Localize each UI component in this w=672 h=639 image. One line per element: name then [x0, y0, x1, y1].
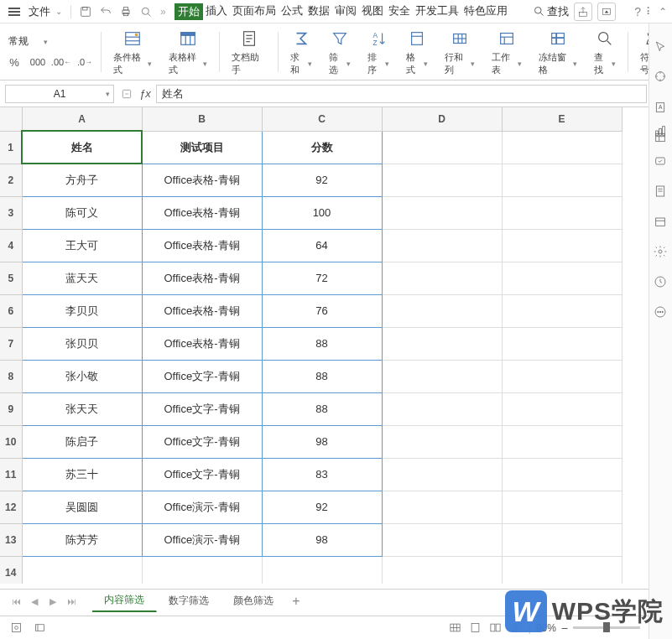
hamburger-icon[interactable] — [5, 4, 23, 19]
row-header[interactable]: 5 — [0, 262, 22, 294]
cell[interactable]: 88 — [262, 360, 382, 392]
tab-formula[interactable]: 公式 — [279, 3, 305, 20]
format-button[interactable]: 格式▾ — [401, 26, 433, 78]
row-header[interactable]: 6 — [0, 294, 22, 327]
ellipsis-icon[interactable]: ⠇ — [646, 6, 654, 18]
cell[interactable] — [502, 491, 622, 523]
cell[interactable]: Office文字-青铜 — [142, 392, 262, 425]
percent-button[interactable]: % — [5, 54, 23, 70]
cell[interactable]: 64 — [262, 229, 382, 262]
cursor-icon[interactable] — [654, 40, 669, 55]
row-header[interactable]: 3 — [0, 196, 22, 229]
cell[interactable] — [382, 327, 502, 360]
row-header[interactable]: 12 — [0, 491, 22, 523]
cell-a1[interactable]: 姓名 — [22, 131, 142, 164]
col-header-b[interactable]: B — [142, 107, 262, 131]
cell[interactable]: 张小敬 — [22, 360, 142, 392]
row-header[interactable]: 2 — [0, 164, 22, 196]
cell[interactable] — [502, 327, 622, 360]
cond-format-button[interactable]: 条件格式▾ — [108, 26, 157, 78]
cell[interactable] — [502, 262, 622, 294]
save-icon[interactable] — [76, 3, 95, 21]
col-header-c[interactable]: C — [262, 107, 382, 131]
cell[interactable]: Office演示-青铜 — [142, 491, 262, 523]
cell[interactable]: Office表格-青铜 — [142, 229, 262, 262]
tab-insert[interactable]: 插入 — [203, 3, 230, 20]
cell[interactable] — [382, 229, 502, 262]
sheet-tab-3[interactable]: 颜色筛选 — [221, 590, 286, 611]
cell[interactable]: 吴圆圆 — [22, 491, 142, 523]
row-header[interactable]: 14 — [0, 556, 22, 584]
tab-review[interactable]: 审阅 — [332, 3, 359, 20]
thousand-button[interactable]: 000 — [29, 54, 47, 70]
tab-view[interactable]: 视图 — [359, 3, 386, 20]
cell[interactable]: 陈可义 — [22, 196, 142, 229]
cell-c1[interactable]: 分数 — [262, 131, 382, 164]
cell[interactable]: 张贝贝 — [22, 327, 142, 360]
cell[interactable]: 98 — [262, 523, 382, 556]
help-side-icon[interactable] — [654, 215, 669, 230]
col-header-e[interactable]: E — [502, 107, 622, 131]
cell-b1[interactable]: 测试项目 — [142, 131, 262, 164]
cell[interactable]: 92 — [262, 491, 382, 523]
col-header-d[interactable]: D — [382, 107, 502, 131]
col-header-a[interactable]: A — [22, 107, 142, 131]
view-page-icon[interactable] — [468, 621, 483, 636]
cell[interactable] — [382, 458, 502, 491]
cell[interactable]: 92 — [262, 164, 382, 196]
settings-icon[interactable] — [654, 245, 669, 260]
record-macro-icon[interactable] — [8, 621, 23, 636]
tab-layout[interactable]: 页面布局 — [230, 3, 279, 20]
worksheet-button[interactable]: 工作表▾ — [487, 26, 527, 78]
row-header[interactable]: 11 — [0, 458, 22, 491]
sheet-tab-2[interactable]: 数字筛选 — [157, 590, 221, 611]
cell[interactable]: Office文字-青铜 — [142, 458, 262, 491]
cell[interactable]: 88 — [262, 327, 382, 360]
cell[interactable]: Office演示-青铜 — [142, 523, 262, 556]
cell[interactable] — [502, 131, 622, 164]
sort-button[interactable]: AZ 排序▾ — [362, 26, 394, 78]
cell[interactable]: Office文字-青铜 — [142, 425, 262, 458]
more-side-icon[interactable] — [654, 305, 669, 320]
fx-cancel-icon[interactable] — [119, 86, 134, 101]
decimal-dec-button[interactable]: .0→ — [76, 54, 94, 70]
cell[interactable] — [502, 294, 622, 327]
history-icon[interactable] — [654, 275, 669, 290]
row-header[interactable]: 4 — [0, 229, 22, 262]
cell[interactable] — [142, 556, 262, 584]
select-object-icon[interactable] — [654, 70, 669, 85]
row-header[interactable]: 13 — [0, 523, 22, 556]
cell[interactable] — [382, 164, 502, 196]
backup-icon[interactable] — [654, 154, 669, 169]
more-icon[interactable]: » — [157, 6, 169, 18]
row-header[interactable]: 8 — [0, 360, 22, 392]
cell[interactable]: Office表格-青铜 — [142, 294, 262, 327]
cell[interactable]: 方舟子 — [22, 164, 142, 196]
cell[interactable] — [382, 294, 502, 327]
cell[interactable] — [382, 556, 502, 584]
cell[interactable] — [382, 425, 502, 458]
cell[interactable]: Office文字-青铜 — [142, 360, 262, 392]
cell[interactable]: 王大可 — [22, 229, 142, 262]
tab-special[interactable]: 特色应用 — [461, 3, 510, 20]
cell[interactable]: 100 — [262, 196, 382, 229]
menu-file[interactable]: 文件 — [25, 4, 54, 19]
cell[interactable]: 72 — [262, 262, 382, 294]
cell[interactable]: Office表格-青铜 — [142, 262, 262, 294]
cell[interactable] — [502, 523, 622, 556]
sheet-tab-1[interactable]: 内容筛选 — [92, 590, 157, 612]
cell[interactable]: 88 — [262, 392, 382, 425]
cell[interactable] — [22, 556, 142, 584]
cell[interactable]: Office表格-青铜 — [142, 196, 262, 229]
row-header[interactable]: 1 — [0, 131, 22, 164]
tab-data[interactable]: 数据 — [305, 3, 332, 20]
formula-input[interactable]: 姓名 — [156, 85, 647, 103]
preview-icon[interactable] — [137, 3, 155, 21]
row-header[interactable]: 10 — [0, 425, 22, 458]
minimize-ribbon-icon[interactable]: ⌃ — [659, 6, 667, 18]
grid-table[interactable]: A B C D E 1 姓名 测试项目 分数 2 方舟子 Office表格-青铜… — [0, 107, 623, 584]
cell[interactable]: 张天天 — [22, 392, 142, 425]
menu-file-dropdown-icon[interactable]: ⌄ — [55, 7, 65, 16]
search-button[interactable]: 查找 — [533, 4, 569, 19]
cell[interactable]: 98 — [262, 425, 382, 458]
